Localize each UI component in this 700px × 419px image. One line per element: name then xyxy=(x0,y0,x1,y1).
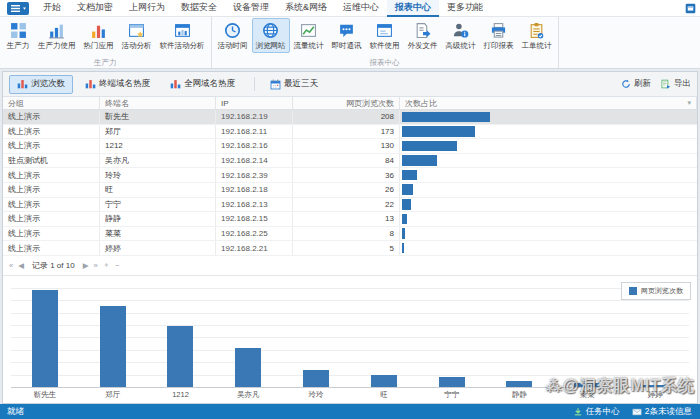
unread-messages-button[interactable]: 2条未读信息 xyxy=(632,406,692,418)
menu-tab-8[interactable]: 报表中心 xyxy=(387,0,439,17)
ribbon-button[interactable]: 工单统计 xyxy=(518,18,556,53)
cell-count-ratio-bar xyxy=(400,110,697,124)
unread-messages-label: 2条未读信息 xyxy=(645,406,692,418)
date-filter-button[interactable]: 最近三天 xyxy=(262,75,326,93)
table-row[interactable]: 线上演示旺192.168.2.1826 xyxy=(3,183,697,198)
chart-plot-area xyxy=(11,284,689,388)
ribbon-button[interactable]: 打印报表 xyxy=(480,18,518,53)
chart-x-label: 1212 xyxy=(147,388,215,401)
menu-tab-2[interactable]: 文档加密 xyxy=(69,0,121,17)
legend-swatch xyxy=(629,287,637,295)
column-header[interactable]: 网页浏览次数 xyxy=(293,97,400,109)
ribbon-button-label: 活动时间 xyxy=(218,41,248,51)
filter-dropdown-icon[interactable]: ▾ xyxy=(687,99,691,107)
cell-group: 线上演示 xyxy=(3,168,100,182)
chart-bar xyxy=(574,383,600,387)
cell-terminal-name: 宁宁 xyxy=(100,198,216,212)
menu-tab-3[interactable]: 上网行为 xyxy=(121,0,173,17)
report-tab-2[interactable]: 终端域名热度 xyxy=(77,75,158,94)
report-tab-label: 全网域名热度 xyxy=(184,78,235,90)
ribbon-button[interactable]: 软件使用 xyxy=(366,18,404,53)
calendar-icon xyxy=(270,79,281,90)
chart-x-label: 宁宁 xyxy=(418,388,486,401)
cell-group: 线上演示 xyxy=(3,125,100,139)
ribbon-button-label: 工单统计 xyxy=(522,41,552,51)
ribbon-button[interactable]: 流量统计 xyxy=(290,18,328,53)
cell-ip: 192.168.2.14 xyxy=(216,154,293,168)
cell-terminal-name: 靳先生 xyxy=(100,110,216,124)
table-row[interactable]: 线上演示婷婷192.168.2.215 xyxy=(3,241,697,256)
column-header[interactable]: IP xyxy=(216,97,293,109)
ribbon-button[interactable]: 生产力 xyxy=(2,18,34,53)
printer-icon xyxy=(490,22,507,39)
app-menu-button[interactable] xyxy=(3,1,33,16)
table-row[interactable]: 线上演示玲玲192.168.2.3936 xyxy=(3,168,697,183)
cell-count: 26 xyxy=(293,183,400,197)
chart-x-label: 玲玲 xyxy=(282,388,350,401)
report-tab-1[interactable]: 浏览次数 xyxy=(9,75,73,94)
chart-x-label: 吴亦凡 xyxy=(214,388,282,401)
table-row[interactable]: 线上演示静静192.168.2.1513 xyxy=(3,212,697,227)
person-stat-icon xyxy=(452,22,469,39)
chart-bar xyxy=(439,377,465,387)
ribbon-button-label: 浏览网站 xyxy=(256,41,286,51)
chart-bar-slot xyxy=(147,284,215,387)
menu-tab-6[interactable]: 系统&网络 xyxy=(277,0,335,17)
mini-chart-icon xyxy=(170,78,181,91)
menu-tab-1[interactable]: 开始 xyxy=(35,0,69,17)
ribbon-button-label: 软件使用 xyxy=(370,41,400,51)
pager-add-button[interactable]: ＋ xyxy=(103,260,111,270)
pager-next-button[interactable]: ▶ xyxy=(83,261,89,270)
ribbon-button[interactable]: 浏览网站 xyxy=(252,18,290,53)
cell-ip: 192.168.2.19 xyxy=(216,110,293,124)
ribbon-button[interactable]: 活动分析 xyxy=(118,18,156,53)
globe-icon xyxy=(262,22,279,39)
chart-bar xyxy=(235,348,261,387)
table-row[interactable]: 线上演示郑厅192.168.2.11173 xyxy=(3,125,697,140)
cell-group: 线上演示 xyxy=(3,139,100,153)
menu-tab-7[interactable]: 运维中心 xyxy=(335,0,387,17)
ratio-bar xyxy=(402,112,490,123)
menu-tab-5[interactable]: 设备管理 xyxy=(225,0,277,17)
table-row[interactable]: 线上演示宁宁192.168.2.1322 xyxy=(3,198,697,213)
window-chart-icon xyxy=(174,22,191,39)
window-app-icon xyxy=(376,22,393,39)
menu-bar: 开始文档加密上网行为数据安全设备管理系统&网络运维中心报表中心更多功能 xyxy=(0,0,700,17)
cell-group: 线上演示 xyxy=(3,198,100,212)
pager-prev-button[interactable]: ◀ xyxy=(18,261,24,270)
pager-first-button[interactable]: « xyxy=(9,261,13,270)
ribbon-button[interactable]: 软件活动分析 xyxy=(156,18,209,53)
task-center-button[interactable]: 任务中心 xyxy=(573,406,620,418)
refresh-button[interactable]: 刷新 xyxy=(621,78,651,90)
cell-ip: 192.168.2.15 xyxy=(216,212,293,226)
ribbon-button[interactable]: 外发文件 xyxy=(404,18,442,53)
ribbon-button[interactable]: 生产力使用 xyxy=(34,18,80,53)
chart-legend: 网页浏览次数 xyxy=(621,282,691,300)
export-button[interactable]: 导出 xyxy=(661,78,691,90)
pager-last-button[interactable]: » xyxy=(93,261,97,270)
cell-terminal-name: 1212 xyxy=(100,139,216,153)
table-row[interactable]: 驻点测试机吴亦凡192.168.2.1484 xyxy=(3,154,697,169)
ribbon-button[interactable]: 即时通讯 xyxy=(328,18,366,53)
cell-count: 130 xyxy=(293,139,400,153)
menu-tab-4[interactable]: 数据安全 xyxy=(173,0,225,17)
column-header[interactable]: 终端名 xyxy=(100,97,216,109)
ribbon-button[interactable]: 高级统计 xyxy=(442,18,480,53)
status-bar: 就绪 任务中心 2条未读信息 xyxy=(0,404,700,419)
menu-tab-9[interactable]: 更多功能 xyxy=(439,0,491,17)
ribbon-button[interactable]: 热门应用 xyxy=(80,18,118,53)
chart-bar-slot xyxy=(553,284,621,387)
report-tab-3[interactable]: 全网域名热度 xyxy=(162,75,243,94)
table-row[interactable]: 线上演示1212192.168.2.16130 xyxy=(3,139,697,154)
cell-group: 驻点测试机 xyxy=(3,154,100,168)
window-badge-icon[interactable] xyxy=(685,3,696,14)
ribbon-button[interactable]: 活动时间 xyxy=(214,18,252,53)
table-row[interactable]: 线上演示菜菜192.168.2.258 xyxy=(3,227,697,242)
pager-remove-button[interactable]: − xyxy=(115,261,119,270)
column-header[interactable]: 次数占比▾ xyxy=(400,97,697,109)
column-header[interactable]: 分组 xyxy=(3,97,100,109)
export-label: 导出 xyxy=(674,78,691,90)
cell-ip: 192.168.2.13 xyxy=(216,198,293,212)
table-row[interactable]: 线上演示靳先生192.168.2.19208 xyxy=(3,110,697,125)
chart-bar-slot xyxy=(214,284,282,387)
